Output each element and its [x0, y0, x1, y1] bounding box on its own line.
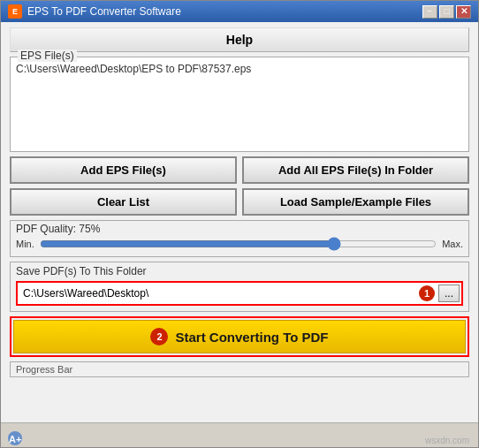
clear-load-row: Clear List Load Sample/Example Files	[10, 188, 469, 216]
add-all-button[interactable]: Add All EPS File(s) In Folder	[242, 156, 469, 184]
eps-files-group: EPS File(s) C:\Users\Wareed\Desktop\EPS …	[10, 57, 469, 152]
start-button-label: Start Converting To PDF	[175, 330, 328, 345]
progress-label: Progress Bar	[16, 364, 72, 375]
title-controls: − □ ✕	[422, 5, 471, 19]
title-bar-left: E EPS To PDF Converter Software	[8, 4, 181, 19]
start-btn-wrapper: 2 Start Converting To PDF	[10, 316, 469, 357]
save-path-input[interactable]	[19, 285, 415, 301]
progress-bar-section: Progress Bar	[10, 361, 469, 377]
clear-list-button[interactable]: Clear List	[10, 188, 237, 216]
save-section: Save PDF(s) To This Folder 1 ...	[10, 262, 469, 312]
quality-slider[interactable]	[40, 237, 437, 251]
file-entry: C:\Users\Wareed\Desktop\EPS to PDF\87537…	[16, 61, 463, 77]
badge-1: 1	[419, 285, 435, 301]
min-label: Min.	[16, 239, 34, 249]
main-window: E EPS To PDF Converter Software − □ ✕ He…	[0, 0, 479, 448]
max-label: Max.	[442, 239, 463, 249]
help-button[interactable]: Help	[10, 27, 469, 52]
file-list: C:\Users\Wareed\Desktop\EPS to PDF\87537…	[14, 59, 465, 148]
slider-row: Min. Max.	[16, 237, 463, 251]
svg-text:A+: A+	[9, 434, 21, 444]
quality-label: PDF Quality: 75%	[16, 223, 463, 235]
browse-button[interactable]: ...	[438, 285, 460, 302]
app-icon: E	[8, 4, 22, 19]
watermark: wsxdn.com	[425, 436, 469, 445]
content-area: Help EPS File(s) C:\Users\Wareed\Desktop…	[1, 22, 478, 422]
add-eps-button[interactable]: Add EPS File(s)	[10, 156, 237, 184]
footer-bar: A+ wsxdn.com	[1, 422, 478, 447]
aplus-logo-icon: A+	[6, 426, 31, 445]
close-button[interactable]: ✕	[456, 5, 471, 19]
eps-files-label: EPS File(s)	[18, 49, 77, 62]
restore-button[interactable]: □	[439, 5, 454, 19]
start-button[interactable]: 2 Start Converting To PDF	[13, 320, 466, 353]
save-label: Save PDF(s) To This Folder	[16, 265, 463, 277]
quality-section: PDF Quality: 75% Min. Max.	[10, 220, 469, 257]
add-buttons-row: Add EPS File(s) Add All EPS File(s) In F…	[10, 156, 469, 184]
title-bar: E EPS To PDF Converter Software − □ ✕	[1, 1, 478, 22]
load-sample-button[interactable]: Load Sample/Example Files	[242, 188, 469, 216]
save-row: 1 ...	[16, 281, 463, 306]
badge-2: 2	[150, 328, 168, 345]
minimize-button[interactable]: −	[422, 5, 437, 19]
window-title: EPS To PDF Converter Software	[27, 5, 181, 18]
